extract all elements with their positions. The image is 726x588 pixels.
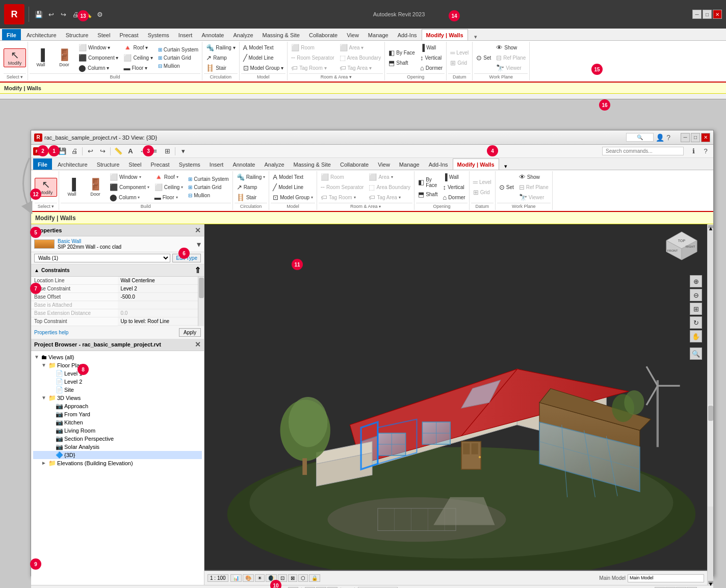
qt-align-btn[interactable]: ↔ — [137, 146, 148, 157]
outer-level-btn[interactable]: ═Level — [448, 48, 471, 58]
qt-print-btn[interactable]: 🖨 — [69, 146, 80, 157]
crop-visible-btn[interactable]: ⊠ — [288, 574, 297, 582]
nav-cube[interactable]: TOP FRONT RIGHT — [661, 229, 702, 270]
outer-component-btn[interactable]: ⬛Component ▾ — [76, 53, 120, 63]
outer-tab-analyze[interactable]: Analyze — [228, 29, 257, 40]
tree-views-all[interactable]: ▼ 🖿 Views (all) — [33, 353, 202, 361]
roof-btn[interactable]: 🔺Roof ▾ — [152, 172, 186, 182]
redo-btn[interactable]: ↪ — [58, 9, 69, 20]
outer-wall-btn[interactable]: ▐ Wall — [30, 47, 52, 69]
qt-list-btn[interactable]: ≡ — [149, 146, 161, 157]
user-icon[interactable]: 👤 — [656, 133, 664, 142]
outer-show-btn[interactable]: 👁Show — [494, 43, 528, 52]
curtain-system-btn[interactable]: ⊞Curtain System — [186, 175, 230, 183]
outer-tab-precast[interactable]: Precast — [115, 29, 143, 40]
tab-collaborate[interactable]: Collaborate — [335, 158, 373, 170]
outer-wall-opening-btn[interactable]: ▐Wall — [418, 43, 445, 52]
room-sep-btn[interactable]: ╌Room Separator — [319, 182, 366, 192]
outer-tab-architecture[interactable]: Architecture — [22, 29, 61, 40]
set-btn[interactable]: ⊙Set — [497, 182, 516, 192]
outer-set-btn[interactable]: ⊙Set — [474, 53, 493, 63]
tree-kitchen[interactable]: 📷 Kitchen — [33, 418, 202, 426]
save-btn[interactable]: 💾 — [33, 9, 44, 20]
constraints-header[interactable]: ▲ Constraints ⇑ — [31, 264, 204, 277]
outer-tab-structure[interactable]: Structure — [61, 29, 93, 40]
outer-room-btn[interactable]: ⬜Room — [289, 43, 336, 52]
tab-architecture[interactable]: Architecture — [53, 158, 92, 170]
outer-area-boundary-btn[interactable]: ⬚Area Boundary — [338, 53, 383, 63]
railing-btn[interactable]: 🔩Railing ▾ — [235, 172, 268, 182]
pan-btn[interactable]: ✋ — [690, 330, 702, 342]
tree-section-perspective[interactable]: 📷 Section Perspective — [33, 435, 202, 443]
outer-model-line-btn[interactable]: ╱Model Line — [241, 53, 286, 63]
ceiling-btn[interactable]: ⬜Ceiling ▾ — [152, 182, 186, 192]
tab-arrow[interactable]: ▾ — [499, 163, 512, 170]
mullion-btn[interactable]: ⊟Mullion — [186, 192, 230, 199]
column-btn[interactable]: ⬤Column ▾ — [108, 193, 151, 202]
crop-btn[interactable]: ⊡ — [278, 574, 287, 582]
orbit-btn[interactable]: ↻ — [690, 316, 702, 329]
shaft-btn[interactable]: ⬒Shaft — [416, 190, 439, 199]
outer-model-group-btn[interactable]: ⊡Model Group ▾ — [241, 63, 286, 73]
outer-tab-manage[interactable]: Manage — [364, 29, 393, 40]
qt-save-btn[interactable]: 💾 — [57, 146, 68, 157]
tree-solar-analysis[interactable]: 📷 Solar Analysis — [33, 443, 202, 451]
qt-text-btn[interactable]: A — [125, 146, 136, 157]
scale-select[interactable]: 1 : 100 — [208, 574, 228, 582]
wall-opening-btn[interactable]: ▐Wall — [440, 172, 467, 182]
apply-btn[interactable]: Apply — [179, 328, 201, 337]
print-btn[interactable]: 🖨 — [70, 9, 81, 20]
outer-model-text-btn[interactable]: AModel Text — [241, 43, 286, 52]
tab-massing[interactable]: Massing & Site — [289, 158, 335, 170]
tab-view[interactable]: View — [373, 158, 395, 170]
outer-file-tab[interactable]: File — [2, 29, 21, 40]
help-icon[interactable]: ? — [666, 133, 670, 142]
curtain-grid-btn[interactable]: ⊞Curtain Grid — [186, 183, 230, 191]
outer-room-sep-btn[interactable]: ╌Room Separator — [289, 53, 336, 63]
outer-by-face-btn[interactable]: ◧By Face — [386, 48, 417, 58]
qt-more-btn[interactable]: ▾ — [177, 146, 189, 157]
outer-ceiling-btn[interactable]: ⬜Ceiling ▾ — [121, 53, 154, 63]
outer-tab-collaborate[interactable]: Collaborate — [304, 29, 342, 40]
close-btn[interactable]: ✕ — [713, 10, 722, 19]
show-btn[interactable]: 👁Show — [517, 172, 551, 182]
browser-close-btn[interactable]: ✕ — [195, 340, 201, 349]
ref-plane-btn[interactable]: ⊟Ref Plane — [517, 182, 551, 192]
outer-curtain-grid-btn[interactable]: ⊞Curtain Grid — [156, 54, 200, 62]
outer-tab-annotate[interactable]: Annotate — [197, 29, 228, 40]
qt-redo-btn[interactable]: ↪ — [97, 146, 108, 157]
outer-mullion-btn[interactable]: ⊟Mullion — [156, 62, 200, 70]
zoom-out-btn[interactable]: ⊖ — [690, 289, 702, 301]
win-minimize-btn[interactable]: ─ — [681, 133, 690, 142]
max-btn[interactable]: □ — [703, 10, 712, 19]
outer-grid-btn[interactable]: ⊞Grid — [448, 58, 471, 68]
outer-tab-addins[interactable]: Add-Ins — [393, 29, 422, 40]
outer-viewer-btn[interactable]: 🔭Viewer — [494, 63, 528, 73]
qt-open-btn[interactable]: 📂 — [44, 146, 56, 157]
tab-file[interactable]: File — [33, 158, 52, 170]
tag-area-btn[interactable]: 🏷Tag Area ▾ — [367, 193, 412, 202]
outer-window-btn[interactable]: ⬜Window ▾ — [76, 43, 120, 52]
model-text-btn[interactable]: AModel Text — [271, 172, 315, 182]
tab-analyze[interactable]: Analyze — [260, 158, 289, 170]
tab-insert[interactable]: Insert — [205, 158, 228, 170]
walls-selector[interactable]: Walls (1) — [34, 254, 170, 262]
tab-steel[interactable]: Steel — [124, 158, 146, 170]
info-icon[interactable]: ℹ — [688, 146, 699, 157]
settings-btn[interactable]: ⚙ — [94, 9, 106, 20]
outer-area-btn[interactable]: ⬜Area ▾ — [338, 43, 383, 52]
area-btn[interactable]: ⬜Area ▾ — [367, 172, 412, 182]
outer-ramp-btn[interactable]: ↗Ramp — [204, 53, 237, 63]
room-btn[interactable]: ⬜Room — [319, 172, 366, 182]
zoom-in-btn[interactable]: ⊕ — [690, 275, 702, 287]
edit-type-btn[interactable]: Edit Type — [172, 254, 201, 262]
undo-btn[interactable]: ↩ — [45, 9, 57, 20]
level-btn[interactable]: ═Level — [471, 177, 494, 187]
search-box[interactable]: 🔍 — [626, 133, 654, 142]
outer-tab-view[interactable]: View — [342, 29, 364, 40]
tab-addins[interactable]: Add-Ins — [424, 158, 453, 170]
tab-precast[interactable]: Precast — [146, 158, 174, 170]
tree-level1[interactable]: 📄 Level 1 — [33, 369, 202, 378]
ramp-btn[interactable]: ↗Ramp — [235, 182, 268, 192]
outer-stair-btn[interactable]: 🪜Stair — [204, 63, 237, 73]
